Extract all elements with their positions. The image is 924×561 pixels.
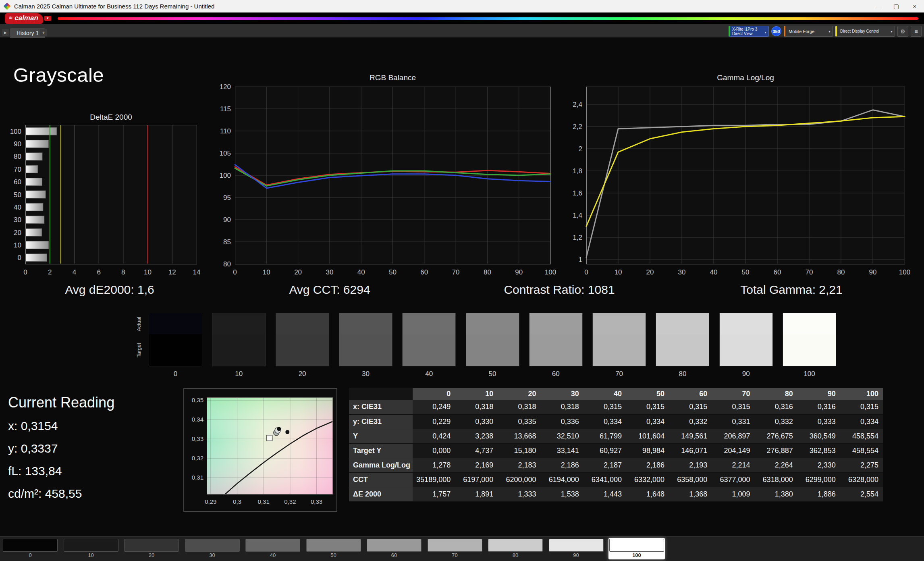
patch-label: 90 bbox=[549, 552, 604, 559]
source-label: Mobile Forge bbox=[789, 29, 814, 34]
table-cell: 6328,000 bbox=[841, 472, 883, 487]
swatch-level-label: 20 bbox=[276, 370, 329, 378]
table-cell: 458,554 bbox=[841, 429, 883, 443]
table-cell: 149,561 bbox=[669, 429, 712, 443]
table-corner-cell bbox=[349, 388, 413, 400]
level-patch-100[interactable]: 100 bbox=[608, 538, 665, 559]
table-cell: 0,315 bbox=[841, 400, 883, 414]
close-button[interactable]: × bbox=[905, 0, 924, 12]
svg-text:0,32: 0,32 bbox=[284, 498, 296, 505]
level-patch-50[interactable]: 50 bbox=[305, 538, 362, 559]
svg-text:50: 50 bbox=[389, 268, 397, 276]
menu-button[interactable]: ≡ bbox=[911, 26, 922, 37]
table-col-header: 0 bbox=[413, 388, 455, 400]
reading-cdm2: cd/m²: 458,55 bbox=[8, 487, 82, 501]
table-cell: 6332,000 bbox=[627, 472, 669, 487]
table-cell: 0,336 bbox=[541, 414, 584, 429]
tab-bar: ▶ History 1 + X-Rite i1Pro 3 Direct View… bbox=[0, 24, 924, 38]
table-cell: 276,675 bbox=[755, 429, 798, 443]
svg-text:2: 2 bbox=[579, 145, 582, 153]
calman-logo-text: calman bbox=[15, 14, 38, 22]
swatch-target-color bbox=[783, 334, 836, 366]
table-cell: 0,334 bbox=[627, 414, 669, 429]
table-cell: 15,180 bbox=[498, 443, 541, 458]
table-cell: 2,169 bbox=[455, 458, 498, 472]
level-patch-60[interactable]: 60 bbox=[366, 538, 422, 559]
table-row: Target Y0,0004,73715,18033,14160,92798,9… bbox=[349, 443, 883, 458]
svg-text:80: 80 bbox=[484, 268, 491, 276]
table-cell: 146,071 bbox=[669, 443, 712, 458]
maximize-button[interactable]: ▢ bbox=[887, 0, 905, 12]
table-cell: 1,368 bbox=[669, 487, 712, 501]
level-patch-0[interactable]: 0 bbox=[2, 538, 58, 559]
meter-count-badge: 350 bbox=[771, 26, 781, 36]
gamma-loglog-chart: 010203040506070809010011,21,41,61,822,22… bbox=[564, 72, 924, 276]
level-patch-70[interactable]: 70 bbox=[427, 538, 483, 559]
calman-logo[interactable]: ≋ calman bbox=[5, 13, 43, 24]
brand-menu-caret[interactable]: ▼ bbox=[44, 16, 51, 21]
table-col-header: 100 bbox=[841, 388, 883, 400]
source-selector[interactable]: Mobile Forge ▼ bbox=[784, 26, 833, 37]
tab-scroll-button[interactable]: ▶ bbox=[2, 29, 9, 36]
svg-text:20: 20 bbox=[294, 268, 302, 276]
patch-color bbox=[64, 539, 118, 552]
table-cell: 0,334 bbox=[584, 414, 627, 429]
settings-button[interactable]: ⚙ bbox=[897, 26, 908, 37]
deltae-2000-chart: 024681012141009080706050403020100DeltaE … bbox=[3, 114, 205, 280]
svg-text:90: 90 bbox=[515, 268, 523, 276]
swatch-target-color bbox=[466, 334, 519, 366]
meter-line1: X-Rite i1Pro 3 bbox=[732, 27, 764, 31]
table-row: ΔE 20001,7571,8911,3331,5381,4431,6481,3… bbox=[349, 487, 883, 501]
swatch-target-color bbox=[529, 334, 582, 366]
grayscale-swatch-20: 20 bbox=[276, 313, 329, 366]
swatch-actual-color bbox=[149, 313, 202, 334]
level-patch-80[interactable]: 80 bbox=[487, 538, 544, 559]
svg-text:DeltaE 2000: DeltaE 2000 bbox=[90, 113, 132, 121]
chevron-down-icon: ▼ bbox=[890, 30, 893, 33]
table-cell: 6299,000 bbox=[798, 472, 841, 487]
table-cell: 2,183 bbox=[498, 458, 541, 472]
patch-color bbox=[124, 539, 179, 552]
display-control-selector[interactable]: Direct Display Control ▼ bbox=[835, 26, 895, 37]
table-col-header: 50 bbox=[627, 388, 669, 400]
level-patch-30[interactable]: 30 bbox=[184, 538, 241, 559]
add-tab-button[interactable]: + bbox=[40, 29, 47, 36]
level-patch-20[interactable]: 20 bbox=[123, 538, 180, 559]
svg-text:120: 120 bbox=[220, 83, 231, 91]
table-col-header: 90 bbox=[798, 388, 841, 400]
svg-text:0: 0 bbox=[584, 268, 588, 276]
table-cell: 61,799 bbox=[584, 429, 627, 443]
svg-text:40: 40 bbox=[710, 268, 718, 276]
tab-bar-right-controls: X-Rite i1Pro 3 Direct View ▼ 350 Mobile … bbox=[729, 26, 922, 37]
table-cell: 2,214 bbox=[712, 458, 755, 472]
patch-color bbox=[367, 539, 422, 552]
table-cell: 0,249 bbox=[413, 400, 455, 414]
menu-icon: ≡ bbox=[914, 28, 918, 35]
grayscale-swatch-80: 80 bbox=[656, 313, 709, 366]
table-row-label: Gamma Log/Log bbox=[349, 458, 413, 472]
table-cell: 2,187 bbox=[584, 458, 627, 472]
patch-color bbox=[3, 539, 58, 552]
meter-selector[interactable]: X-Rite i1Pro 3 Direct View ▼ bbox=[729, 26, 769, 37]
grayscale-swatch-40: 40 bbox=[403, 313, 455, 366]
svg-text:0,29: 0,29 bbox=[205, 498, 216, 505]
minimize-button[interactable]: — bbox=[868, 0, 887, 12]
swatch-level-label: 30 bbox=[339, 370, 392, 378]
swatch-actual-color bbox=[403, 313, 455, 334]
table-header-row: 0102030405060708090100 bbox=[349, 388, 883, 400]
svg-text:1: 1 bbox=[579, 256, 582, 264]
svg-text:60: 60 bbox=[774, 268, 781, 276]
patch-color bbox=[185, 539, 240, 552]
level-patch-90[interactable]: 90 bbox=[548, 538, 604, 559]
svg-text:95: 95 bbox=[223, 194, 231, 202]
svg-text:2: 2 bbox=[48, 268, 52, 276]
table-cell: 35189,000 bbox=[413, 472, 455, 487]
swatch-level-label: 60 bbox=[529, 370, 582, 378]
svg-text:1,4: 1,4 bbox=[573, 212, 582, 219]
swatch-actual-color bbox=[593, 313, 646, 334]
svg-text:40: 40 bbox=[14, 204, 21, 211]
level-patch-10[interactable]: 10 bbox=[63, 538, 119, 559]
patch-color bbox=[549, 539, 604, 552]
level-patch-40[interactable]: 40 bbox=[245, 538, 301, 559]
table-cell: 2,275 bbox=[841, 458, 883, 472]
